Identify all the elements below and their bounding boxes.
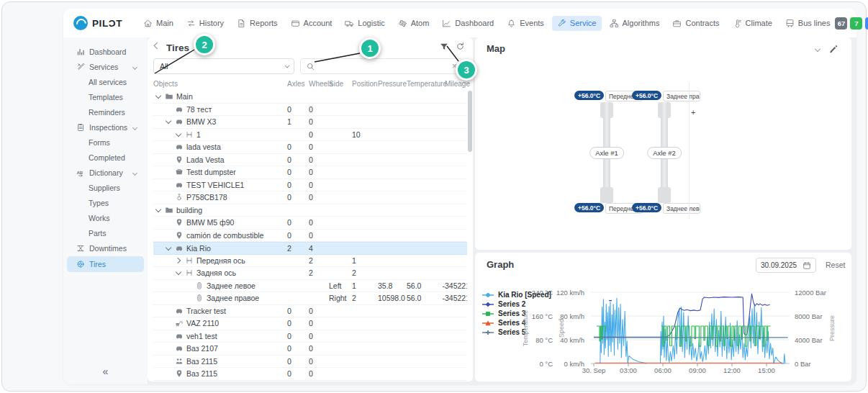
table-row-building[interactable]: building <box>153 204 467 217</box>
sidebar-item-inspections[interactable]: Inspections <box>67 120 144 135</box>
table-row-заднее-левое[interactable]: Заднее левоеLeft135.856.0-345221 <box>153 280 467 293</box>
tree-cell: 1 <box>153 130 287 139</box>
expander-open-icon[interactable] <box>175 269 182 276</box>
reset-button[interactable]: Reset <box>826 261 845 269</box>
object-name: Lada Vesta <box>186 155 225 164</box>
table-row-заднее-правое[interactable]: Заднее правоеRight210598.056.0-345221 <box>153 292 467 305</box>
map-collapse-chevron-icon[interactable] <box>815 46 820 52</box>
expander-open-icon[interactable] <box>155 93 162 100</box>
reports-icon <box>237 19 246 28</box>
table-row-lada-vesta[interactable]: lada vesta00 <box>153 141 467 154</box>
nav-item-dashboard[interactable]: Dashboard <box>437 16 499 31</box>
table-row-lada-vesta[interactable]: Lada Vesta00 <box>153 154 467 167</box>
sidebar-item-types[interactable]: Types <box>67 196 144 210</box>
nav-item-contracts[interactable]: Contracts <box>667 16 724 31</box>
sidebar-item-reminders[interactable]: Reminders <box>67 105 144 119</box>
nav-item-label: Events <box>520 19 544 27</box>
atom-icon <box>398 19 407 28</box>
sidebar-item-label: Templates <box>89 93 123 101</box>
object-name: Ваз 2115 <box>186 369 217 378</box>
sidebar-item-parts[interactable]: Parts <box>67 226 144 240</box>
map-panel-title: Map <box>487 43 505 54</box>
nav-item-logistic[interactable]: Logistic <box>340 16 389 31</box>
sidebar-item-templates[interactable]: Templates <box>67 90 144 104</box>
object-name: Testt dumpster <box>186 168 236 176</box>
objects-filter-select[interactable]: All <box>153 58 294 74</box>
sidebar-item-dictionary[interactable]: ABDictionary <box>67 166 144 180</box>
sidebar-item-works[interactable]: Works <box>67 211 144 225</box>
sidebar-item-suppliers[interactable]: Suppliers <box>67 181 144 195</box>
nav-item-service[interactable]: Service <box>552 16 602 31</box>
expander-open-icon[interactable] <box>165 118 172 125</box>
sidebar-item-tires[interactable]: Tires <box>67 256 144 272</box>
table-row-ваз-2115[interactable]: Ваз 211500 <box>153 356 467 369</box>
table-row-vaz-2110[interactable]: VAZ 211000 <box>153 317 467 330</box>
nav-item-label: Dashboard <box>455 19 494 27</box>
annotation-callout-1: 1 <box>359 37 381 59</box>
nav-item-reports[interactable]: Reports <box>232 16 283 31</box>
counter-badge-1[interactable]: 7 <box>850 17 862 30</box>
table-row-bmw-m5-ф90[interactable]: BMW M5 ф9000 <box>153 217 467 230</box>
app-logo[interactable]: PILƆT <box>73 16 122 30</box>
nav-item-buslines[interactable]: Bus lines <box>780 16 836 31</box>
counter-badge-2[interactable]: 7 <box>865 17 868 30</box>
table-row-1[interactable]: 1010 <box>153 129 467 142</box>
table-row-ваз-2107[interactable]: Ваз 210700 <box>153 343 467 356</box>
table-row-p758cb178[interactable]: P758CB17800 <box>153 191 467 204</box>
expander-open-icon[interactable] <box>155 207 162 214</box>
speed-tick: 120 km/h <box>553 289 584 297</box>
date-picker[interactable]: 30.09.2025 <box>756 258 816 273</box>
nav-item-history[interactable]: History <box>181 16 229 31</box>
nav-item-climate[interactable]: Climate <box>728 16 777 31</box>
table-row-test-vehicle1[interactable]: TEST VEHICLE100 <box>153 179 467 192</box>
topbar-right: 6777153 demo_demo(master) 95856802.64 ₽ … <box>835 14 868 32</box>
sidebar-item-forms[interactable]: Forms <box>67 135 144 150</box>
table-scrollbar[interactable] <box>468 91 472 364</box>
nav-item-atom[interactable]: Atom <box>393 16 435 31</box>
expander-open-icon[interactable] <box>175 131 182 138</box>
search-input[interactable] <box>320 62 448 71</box>
table-row-лада-ларгус[interactable]: Лада Ларгус00 <box>153 381 467 382</box>
table-row-задняя-ось[interactable]: Задняя ось22 <box>153 267 467 280</box>
sidebar-item-downtimes[interactable]: Downtimes <box>67 241 144 256</box>
sidebar-item-all-services[interactable]: All services <box>67 75 144 89</box>
nav-item-algorithms[interactable]: Algorithms <box>605 16 665 31</box>
refresh-icon[interactable] <box>456 42 465 51</box>
expander-open-icon[interactable] <box>165 245 172 252</box>
cell-wheels: 0 <box>309 218 329 227</box>
sidebar-item-completed[interactable]: Completed <box>67 150 144 165</box>
legend-item-2[interactable]: Series 2 <box>482 299 551 309</box>
table-row-camión-de-combustible[interactable]: camión de combustible00 <box>153 230 467 243</box>
filter-funnel-icon[interactable] <box>439 42 449 52</box>
sidebar-item-label: Types <box>89 199 109 207</box>
sidebar-item-dashboard[interactable]: Dashboard <box>67 45 144 59</box>
axle-label[interactable]: Axle #1 <box>589 147 624 159</box>
table-header-row: ObjectsAxlesWheelsSidePositionPressureTe… <box>153 78 467 89</box>
nav-item-main[interactable]: Main <box>138 16 178 31</box>
object-name: VAZ 2110 <box>186 319 219 328</box>
counter-badge-0[interactable]: 67 <box>835 17 847 30</box>
table-row-bmw-x3[interactable]: BMW X310 <box>153 116 467 129</box>
table-row-передняя-ось[interactable]: Передняя ось21 <box>153 255 467 268</box>
axle-label[interactable]: Axle #2 <box>647 147 682 159</box>
cell-axles: 0 <box>287 181 309 189</box>
cell-side: Right <box>329 294 352 302</box>
legend-marker <box>482 292 494 298</box>
sidebar-collapse-button[interactable]: « <box>63 366 148 377</box>
back-chevron-icon[interactable] <box>154 42 161 50</box>
table-row-tracker-test[interactable]: Tracker test00 <box>153 305 467 318</box>
table-row-main[interactable]: Main <box>153 91 467 104</box>
table-row-veh1-test[interactable]: veh1 test00 <box>153 330 467 343</box>
table-row-ваз-2115[interactable]: Ваз 211500 <box>153 368 467 381</box>
nav-item-label: History <box>199 19 224 27</box>
table-row-78-тест[interactable]: 78 тест00 <box>153 104 467 117</box>
nav-item-events[interactable]: Events <box>502 16 549 31</box>
nav-item-label: Account <box>304 19 333 27</box>
sidebar-item-services[interactable]: Services <box>67 60 144 74</box>
map-clear-brush-icon[interactable] <box>828 44 838 54</box>
table-row-testt-dumpster[interactable]: Testt dumpster00 <box>153 166 467 179</box>
nav-item-account[interactable]: Account <box>286 16 338 31</box>
expander-spacer <box>165 358 172 365</box>
expander-closed-icon[interactable] <box>175 257 182 264</box>
table-row-kia-rio[interactable]: Kia Rio24 <box>153 242 467 255</box>
